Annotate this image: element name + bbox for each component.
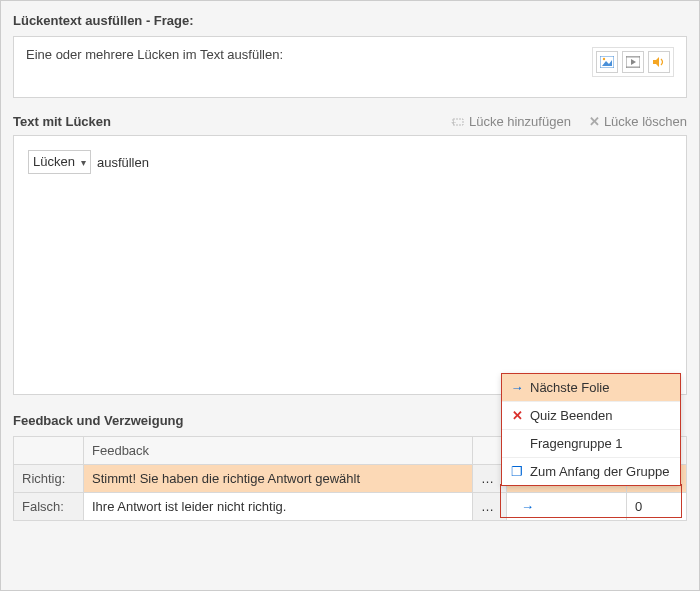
gap-dropdown-value: Lücken [33,154,75,169]
branch-dropdown-menu: → Nächste Folie ✕ Quiz Beenden Fragengru… [501,373,681,486]
svg-text:+: + [451,118,456,128]
feedback-header-feedback: Feedback [84,437,473,465]
arrow-right-icon: → [515,499,540,514]
menu-next-slide[interactable]: → Nächste Folie [502,374,680,402]
gap-text-editor[interactable]: Lücken▾ ausfüllen [13,135,687,395]
svg-rect-4 [626,56,640,58]
quiz-editor-panel: Lückentext ausfüllen - Frage: Eine oder … [0,0,700,591]
delete-gap-button[interactable]: ✕ Lücke löschen [589,114,687,129]
wrong-ellipsis-button[interactable]: … [473,493,507,521]
question-text[interactable]: Eine oder mehrere Lücken im Text ausfüll… [26,47,592,62]
gap-row: Lücken▾ ausfüllen [28,150,672,174]
question-section-title: Lückentext ausfüllen - Frage: [13,13,687,28]
wrong-branch-cell[interactable]: → [507,493,627,521]
wrong-feedback-text[interactable]: Ihre Antwort ist leider nicht richtig. [84,493,473,521]
wrong-score[interactable]: 0 [627,493,687,521]
svg-marker-6 [631,59,636,65]
text-section-title: Text mit Lücken [13,114,111,129]
image-icon [600,56,614,68]
stack-icon: ❐ [510,464,524,479]
menu-end-quiz[interactable]: ✕ Quiz Beenden [502,402,680,430]
feedback-row-wrong: Falsch: Ihre Antwort ist leider nicht ri… [14,493,687,521]
video-icon [626,56,640,68]
media-button-group [592,47,674,77]
menu-group-1[interactable]: Fragengruppe 1 [502,430,680,458]
add-gap-label: Lücke hinzufügen [469,114,571,129]
delete-gap-label: Lücke löschen [604,114,687,129]
gap-after-text: ausfüllen [97,155,149,170]
wrong-label: Falsch: [14,493,84,521]
arrow-right-icon: → [510,380,524,395]
audio-icon [652,56,666,68]
gap-dropdown[interactable]: Lücken▾ [28,150,91,174]
menu-to-start-label: Zum Anfang der Gruppe [530,464,669,479]
correct-feedback-text[interactable]: Stimmt! Sie haben die richtige Antwort g… [84,465,473,493]
menu-next-slide-label: Nächste Folie [530,380,609,395]
add-audio-button[interactable] [648,51,670,73]
svg-rect-5 [626,66,640,68]
menu-to-start[interactable]: ❐ Zum Anfang der Gruppe [502,458,680,485]
feedback-header-blank [14,437,84,465]
add-image-button[interactable] [596,51,618,73]
chevron-down-icon: ▾ [81,157,86,168]
close-icon: ✕ [589,114,600,129]
svg-marker-1 [602,60,612,66]
svg-marker-7 [653,57,659,67]
question-box: Eine oder mehrere Lücken im Text ausfüll… [13,36,687,98]
menu-end-quiz-label: Quiz Beenden [530,408,612,423]
close-icon: ✕ [510,408,524,423]
gap-toolbar: + Lücke hinzufügen ✕ Lücke löschen [451,114,687,129]
add-video-button[interactable] [622,51,644,73]
menu-group-1-label: Fragengruppe 1 [530,436,623,451]
add-gap-button[interactable]: + Lücke hinzufügen [451,114,571,129]
add-gap-icon: + [451,116,465,128]
correct-label: Richtig: [14,465,84,493]
text-section-header: Text mit Lücken + Lücke hinzufügen ✕ Lüc… [13,114,687,129]
svg-point-2 [603,58,605,60]
